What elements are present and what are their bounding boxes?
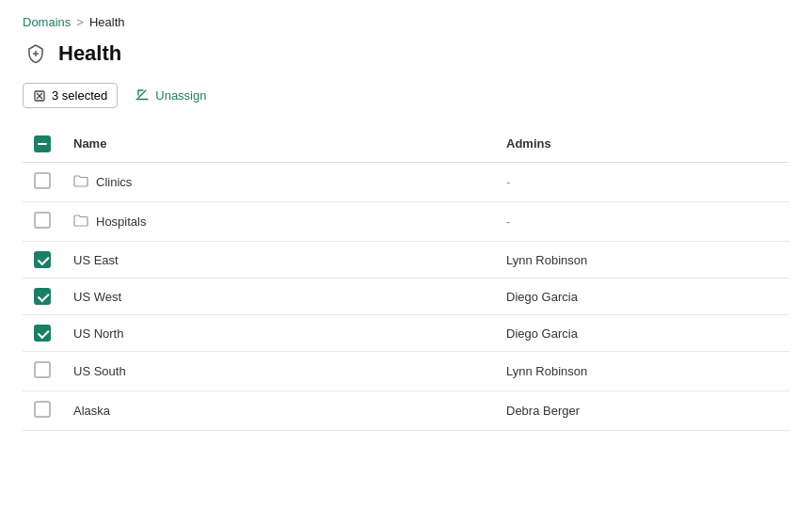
domains-table: Name Admins Clinics-Hospitals-US EastLyn…: [23, 124, 789, 431]
table-row: AlaskaDebra Berger: [23, 391, 789, 431]
row-admins: Lynn Robinson: [506, 253, 587, 267]
folder-icon: [73, 214, 88, 230]
row-checkbox[interactable]: [34, 325, 51, 342]
row-name-cell: Hospitals: [62, 202, 495, 242]
row-admins-cell: Diego Garcia: [495, 315, 789, 352]
row-admins: Diego Garcia: [506, 290, 578, 304]
row-admins-cell: -: [495, 163, 789, 202]
page-title: Health: [58, 41, 121, 66]
row-checkbox-cell[interactable]: [23, 163, 62, 202]
row-admins: Lynn Robinson: [506, 364, 587, 378]
toolbar: 3 selected Unassign: [23, 82, 789, 109]
row-name-cell: US South: [62, 352, 495, 391]
row-admins-cell: Diego Garcia: [495, 278, 789, 315]
page-container: Domains > Health Health 3 selected: [0, 0, 812, 446]
row-name: Alaska: [73, 404, 110, 418]
row-name: Clinics: [96, 175, 132, 189]
row-admins-cell: Lynn Robinson: [495, 242, 789, 278]
table-row: US NorthDiego Garcia: [23, 315, 789, 352]
row-name: US North: [73, 326, 123, 341]
row-checkbox-cell[interactable]: [23, 242, 62, 278]
row-checkbox[interactable]: [34, 361, 51, 378]
selected-count-label: 3 selected: [52, 88, 107, 103]
th-admins: Admins: [495, 124, 789, 163]
unassign-label: Unassign: [155, 88, 206, 103]
table-row: US WestDiego Garcia: [23, 278, 789, 315]
row-admins: -: [506, 175, 510, 189]
row-admins: Diego Garcia: [506, 326, 578, 341]
row-name: Hospitals: [96, 215, 146, 229]
row-checkbox[interactable]: [34, 212, 51, 229]
row-name: US West: [73, 290, 121, 304]
health-domain-icon: [23, 40, 49, 67]
select-all-checkbox[interactable]: [34, 135, 51, 152]
breadcrumb-separator: >: [76, 15, 84, 29]
th-name: Name: [62, 124, 495, 163]
row-checkbox[interactable]: [34, 288, 51, 305]
row-checkbox-cell[interactable]: [23, 278, 62, 315]
row-checkbox-cell[interactable]: [23, 352, 62, 391]
th-checkbox[interactable]: [23, 124, 62, 163]
folder-icon: [73, 174, 88, 190]
breadcrumb: Domains > Health: [23, 15, 789, 29]
clear-selection-icon: [33, 89, 46, 103]
row-checkbox-cell[interactable]: [23, 315, 62, 352]
row-checkbox[interactable]: [34, 172, 51, 189]
unassign-button[interactable]: Unassign: [127, 82, 214, 109]
row-checkbox-cell[interactable]: [23, 391, 62, 431]
row-name-cell: Clinics: [62, 163, 495, 202]
row-name: US South: [73, 364, 126, 378]
row-admins-cell: Lynn Robinson: [495, 352, 789, 391]
row-checkbox[interactable]: [34, 251, 51, 268]
row-checkbox[interactable]: [34, 401, 51, 418]
row-checkbox-cell[interactable]: [23, 202, 62, 242]
row-name-cell: Alaska: [62, 391, 495, 431]
row-name-cell: US East: [62, 242, 495, 278]
table-row: Hospitals-: [23, 202, 789, 242]
table-row: US EastLynn Robinson: [23, 242, 789, 278]
table-row: US SouthLynn Robinson: [23, 352, 789, 391]
page-header: Health: [23, 40, 789, 67]
row-name: US East: [73, 253, 119, 267]
breadcrumb-parent[interactable]: Domains: [23, 15, 71, 29]
row-admins: -: [506, 215, 510, 229]
row-name-cell: US North: [62, 315, 495, 352]
row-name-cell: US West: [62, 278, 495, 315]
selected-count-badge[interactable]: 3 selected: [23, 83, 118, 108]
unassign-icon: [135, 87, 150, 104]
row-admins: Debra Berger: [506, 404, 580, 418]
row-admins-cell: -: [495, 202, 789, 242]
row-admins-cell: Debra Berger: [495, 391, 789, 431]
table-row: Clinics-: [23, 163, 789, 202]
breadcrumb-current: Health: [89, 15, 125, 29]
